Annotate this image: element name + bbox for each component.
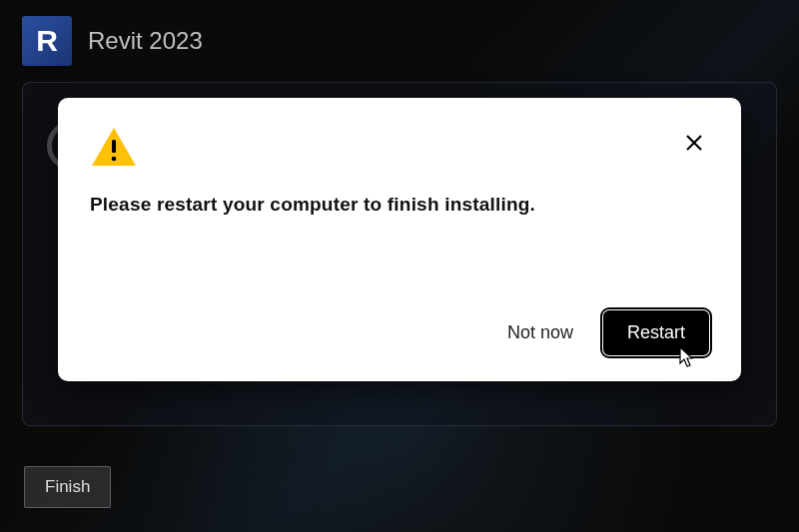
app-title: Revit 2023 — [88, 27, 203, 55]
svg-point-2 — [112, 157, 117, 162]
app-logo: R — [22, 16, 72, 66]
installer-header: R Revit 2023 — [0, 0, 799, 82]
not-now-button[interactable]: Not now — [503, 316, 577, 349]
close-icon — [684, 133, 704, 153]
warning-icon — [90, 126, 138, 172]
dialog-header-row — [90, 126, 709, 172]
restart-button[interactable]: Restart — [603, 310, 709, 355]
finish-button[interactable]: Finish — [24, 466, 111, 508]
app-logo-letter: R — [36, 24, 58, 58]
dialog-message: Please restart your computer to finish i… — [90, 194, 709, 216]
restart-dialog: Please restart your computer to finish i… — [58, 98, 741, 381]
svg-rect-1 — [112, 140, 116, 153]
dialog-button-row: Not now Restart — [90, 310, 709, 355]
close-button[interactable] — [679, 128, 709, 158]
